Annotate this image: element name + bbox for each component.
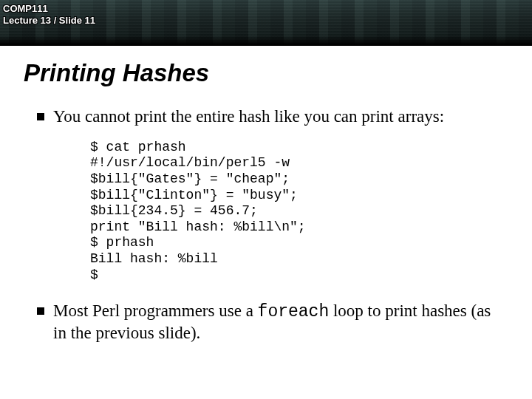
- list-item: Most Perl programmers use a foreach loop…: [37, 301, 514, 344]
- list-item: You cannot print the entire hash like yo…: [37, 106, 514, 283]
- bullet-pre: Most Perl programmers use a: [53, 301, 258, 320]
- header-fade: [0, 35, 532, 46]
- page-title: Printing Hashes: [24, 59, 514, 87]
- slide-body: Printing Hashes You cannot print the ent…: [0, 46, 532, 399]
- slide-meta: COMP111 Lecture 13 / Slide 11: [0, 0, 532, 27]
- bullet-text: You cannot print the entire hash like yo…: [53, 107, 444, 126]
- slide-header: COMP111 Lecture 13 / Slide 11: [0, 0, 532, 46]
- course-code: COMP111: [3, 3, 528, 15]
- lecture-slide: Lecture 13 / Slide 11: [3, 15, 528, 27]
- bullet-list: You cannot print the entire hash like yo…: [18, 106, 514, 344]
- inline-code-foreach: foreach: [258, 302, 330, 321]
- code-block: $ cat prhash #!/usr/local/bin/perl5 -w $…: [90, 140, 507, 283]
